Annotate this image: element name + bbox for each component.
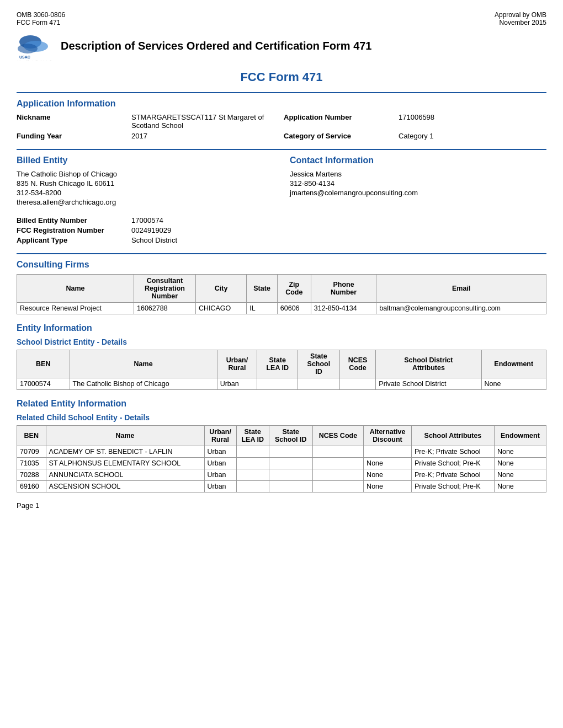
table-row: 70288 ANNUNCIATA SCHOOL Urban None Pre-K…	[17, 469, 546, 481]
rc-col-ben: BEN	[17, 426, 46, 446]
rc-urban: Urban	[204, 469, 236, 481]
rc-lea	[236, 458, 269, 469]
header-top: OMB 3060-0806 FCC Form 471 Approval by O…	[17, 11, 546, 26]
rc-endowment: None	[494, 446, 546, 458]
sd-col-ben: BEN	[17, 350, 70, 378]
rc-attributes: Private School; Pre-K	[411, 458, 494, 469]
col-email: Email	[376, 275, 546, 303]
app-number-value: 171006598	[399, 113, 546, 130]
divider-3	[17, 253, 546, 254]
consulting-row: Resource Renewal Project 16062788 CHICAG…	[17, 303, 546, 314]
nickname-value: STMARGARETSSCAT117 St Margaret of Scotla…	[131, 113, 279, 130]
sd-col-nces: NCESCode	[339, 350, 376, 378]
approval-text: Approval by OMB	[495, 11, 546, 19]
nickname-label: Nickname	[17, 113, 127, 130]
related-entity-title: Related Entity Information	[17, 399, 546, 409]
rc-ben: 70288	[17, 469, 46, 481]
app-number-label: Application Number	[284, 113, 394, 130]
category-value: Category 1	[399, 132, 546, 140]
school-district-row: 17000574 The Catholic Bishop of Chicago …	[17, 378, 546, 390]
col-state: State	[247, 275, 277, 303]
col-city: City	[195, 275, 246, 303]
rc-attributes: Pre-K; Private School	[411, 469, 494, 481]
sd-endowment: None	[481, 378, 546, 390]
rc-nces	[312, 481, 363, 493]
rc-col-nces: NCES Code	[312, 426, 363, 446]
consulting-email: baltman@colemangroupconsulting.com	[376, 303, 546, 314]
rc-alt: None	[364, 481, 412, 493]
contact-info-block: Contact Information Jessica Martens 312-…	[290, 156, 546, 207]
billed-line-2: 835 N. Rush Chicago IL 60611	[17, 179, 273, 188]
category-label: Category of Service	[284, 132, 394, 140]
rc-endowment: None	[494, 481, 546, 493]
sd-urban: Urban	[217, 378, 257, 390]
col-zip: ZipCode	[277, 275, 311, 303]
divider-2	[17, 149, 546, 150]
contact-line-3: jmartens@colemangroupconsulting.com	[290, 189, 546, 197]
rc-col-school-id: StateSchool ID	[269, 426, 312, 446]
approval-date: November 2015	[495, 19, 546, 26]
header-main: USAC Universal Service Administrative Co…	[17, 31, 546, 61]
applicant-type-label: Applicant Type	[17, 236, 127, 244]
rc-urban: Urban	[204, 446, 236, 458]
page-label: Page 1	[17, 501, 39, 510]
sd-col-lea: StateLEA ID	[257, 350, 298, 378]
consulting-firms-table: Name ConsultantRegistrationNumber City S…	[17, 274, 546, 314]
rc-name: ANNUNCIATA SCHOOL	[46, 469, 204, 481]
form-number: FCC Form 471	[17, 19, 65, 26]
rc-urban: Urban	[204, 458, 236, 469]
table-row: 70709 ACADEMY OF ST. BENEDICT - LAFLIN U…	[17, 446, 546, 458]
billed-entity-block: Billed Entity The Catholic Bishop of Chi…	[17, 156, 273, 207]
header-top-left: OMB 3060-0806 FCC Form 471	[17, 11, 65, 26]
school-district-table: BEN Name Urban/Rural StateLEA ID StateSc…	[17, 350, 546, 390]
col-name: Name	[17, 275, 134, 303]
rc-name: ST ALPHONSUS ELEMENTARY SCHOOL	[46, 458, 204, 469]
rc-school-id	[269, 458, 312, 469]
table-row: 69160 ASCENSION SCHOOL Urban None Privat…	[17, 481, 546, 493]
rc-endowment: None	[494, 458, 546, 469]
rc-nces	[312, 446, 363, 458]
ben-value: 17000574	[131, 216, 163, 224]
rc-col-attributes: School Attributes	[411, 426, 494, 446]
consulting-phone: 312-850-4134	[311, 303, 376, 314]
consulting-zip: 60606	[277, 303, 311, 314]
rc-col-alt: AlternativeDiscount	[364, 426, 412, 446]
contact-line-1: Jessica Martens	[290, 170, 546, 178]
rc-alt: None	[364, 469, 412, 481]
rc-name: ACADEMY OF ST. BENEDICT - LAFLIN	[46, 446, 204, 458]
svg-point-3	[18, 44, 38, 53]
rc-nces	[312, 458, 363, 469]
col-consultant-reg: ConsultantRegistrationNumber	[134, 275, 196, 303]
billed-line-4: theresa.allen@archchicago.org	[17, 198, 273, 206]
fcc-reg-value: 0024919029	[131, 226, 171, 234]
rc-urban: Urban	[204, 481, 236, 493]
rc-col-name: Name	[46, 426, 204, 446]
rc-ben: 71035	[17, 458, 46, 469]
rc-col-endowment: Endowment	[494, 426, 546, 446]
entity-info-title: Entity Information	[17, 323, 546, 333]
sd-col-school-id: StateSchoolID	[298, 350, 340, 378]
rc-name: ASCENSION SCHOOL	[46, 481, 204, 493]
sd-col-urban: Urban/Rural	[217, 350, 257, 378]
consulting-name: Resource Renewal Project	[17, 303, 134, 314]
related-child-title: Related Child School Entity - Details	[17, 413, 546, 422]
funding-year-value: 2017	[131, 132, 279, 140]
rc-col-urban: Urban/Rural	[204, 426, 236, 446]
sd-lea	[257, 378, 298, 390]
contact-info-title: Contact Information	[290, 156, 546, 165]
rc-school-id	[269, 481, 312, 493]
rc-lea	[236, 469, 269, 481]
consulting-firms-title: Consulting Firms	[17, 260, 546, 270]
rc-nces	[312, 469, 363, 481]
rc-ben: 70709	[17, 446, 46, 458]
sd-col-name: Name	[70, 350, 217, 378]
billed-line-1: The Catholic Bishop of Chicago	[17, 170, 273, 178]
application-info-title: Application Information	[17, 99, 546, 109]
sd-col-endowment: Endowment	[481, 350, 546, 378]
fcc-reg-label: FCC Registration Number	[17, 226, 127, 234]
consulting-city: CHICAGO	[195, 303, 246, 314]
section-divider	[17, 92, 546, 93]
related-child-table: BEN Name Urban/Rural StateLEA ID StateSc…	[17, 425, 546, 493]
table-row: 71035 ST ALPHONSUS ELEMENTARY SCHOOL Urb…	[17, 458, 546, 469]
rc-attributes: Pre-K; Private School	[411, 446, 494, 458]
